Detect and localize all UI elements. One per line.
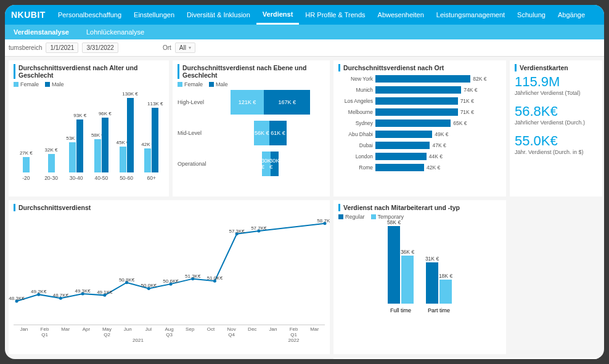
chart-title: Verdienst nach Mitarbeiterart und -typ [338,204,501,211]
chart-title: Durchschnittsverdienst [14,204,325,211]
app-frame: NKUBIT PersonalbeschaffungEinstellungenD… [5,5,604,359]
chart-department: Verdienst nach Abteilung Verdienst Jährl… [333,358,602,359]
nav-item[interactable]: Abgänge [552,5,591,25]
bars: 27K €-2032K €20-3053K €93K €30-4058K €96… [14,89,164,181]
chart-age-gender: Durchschnittsverdienst nach Alter und Ge… [9,60,169,196]
chart-title: Verdienstkarten [515,64,597,71]
bars: 58K €36K €Full time31K €18K €Part time [338,221,501,313]
subnav-item[interactable]: Verdienstanalyse [5,28,78,36]
chart-location: Durchschnittsverdienst nach Ort New York… [333,60,506,196]
date-range-label: tumsbereich [9,44,42,51]
legend: Regular Temporary [338,214,501,220]
nav-item[interactable]: Schulung [511,5,552,25]
logo: NKUBIT [5,10,52,20]
kpi-cards: Verdienstkarten 115.9MJährlicher Verdien… [510,60,602,196]
filter-bar: tumsbereich 1/1/2021 3/31/2022 Ort All ▾ [5,39,604,57]
nav-item[interactable]: Diversität & Inklusion [181,5,256,25]
nav-item[interactable]: Personalbeschaffung [52,5,128,25]
chart-level-gender: Durchschnittsverdienst nach Ebene und Ge… [173,60,330,196]
nav-item[interactable]: HR Profile & Trends [299,5,371,25]
date-to-input[interactable]: 3/31/2022 [82,42,118,53]
chart-employee-type: Verdienst nach Mitarbeiterart und -typ R… [333,200,506,354]
chevron-down-icon: ▾ [189,45,191,51]
x-axis: JanFebMarAprMayJunJulAugSepOctNovDecJanF… [14,325,325,332]
date-from-input[interactable]: 1/1/2021 [46,42,78,53]
nav-item[interactable]: Leistungsmanagement [430,5,511,25]
chart-trend: Durchschnittsverdienst 48.3K€49.2K€48.7K… [9,200,330,354]
kpi-card: 115.9MJährlicher Verdienst (Total) [515,74,597,96]
hbars: New York82K €Munich74K €Los Angeles71K €… [338,74,501,172]
kpi-card: 56.8K€Jährlicher Verdienst (Durch.) [515,103,597,126]
nav-item[interactable]: Abwesenheiten [372,5,430,25]
location-select[interactable]: All ▾ [175,42,195,53]
line-chart: 48.3K€49.2K€48.7K€49.3K€49.1K€50.8K€50.0… [14,214,325,325]
nav-item[interactable]: Einstellungen [128,5,181,25]
nav-item[interactable]: Verdienst [256,5,300,25]
chart-title: Durchschnittsverdienst nach Ort [338,64,501,71]
dashboard-grid: Durchschnittsverdienst nach Alter und Ge… [5,57,604,359]
main-nav: PersonalbeschaffungEinstellungenDiversit… [52,5,591,25]
chart-title: Durchschnittsverdienst nach Alter und Ge… [14,64,164,79]
funnel: High-Level121K €167K €Mid-Level56K €61K … [178,89,325,177]
legend: Female Male [178,81,325,87]
sub-nav: VerdienstanalyseLohnlückenanalyse [5,25,604,39]
legend: Female Male [14,81,164,87]
subnav-item[interactable]: Lohnlückenanalyse [78,28,153,36]
chart-title: Durchschnittsverdienst nach Ebene und Ge… [178,64,325,79]
top-navbar: NKUBIT PersonalbeschaffungEinstellungenD… [5,5,604,25]
location-label: Ort [163,44,171,51]
kpi-card: 55.0K€Jähr. Verdienst (Durch. in $) [515,133,597,155]
